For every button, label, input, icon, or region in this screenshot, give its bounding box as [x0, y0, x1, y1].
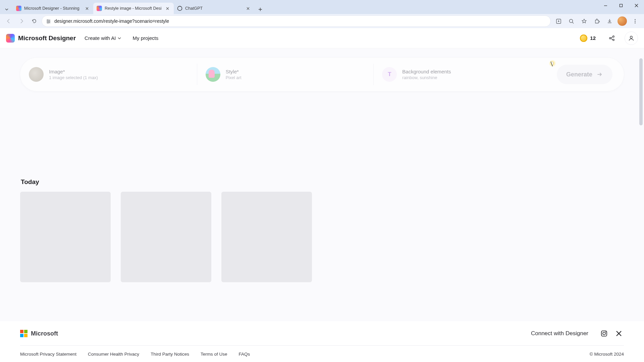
tab-close-button[interactable] [164, 5, 170, 11]
account-button[interactable] [625, 32, 638, 45]
install-icon [556, 18, 561, 24]
bookmark-button[interactable] [578, 15, 590, 27]
footer-links: Microsoft Privacy Statement Consumer Hea… [20, 346, 624, 362]
install-app-button[interactable] [553, 15, 564, 27]
downloads-button[interactable] [604, 15, 615, 27]
svg-point-3 [49, 21, 50, 22]
designer-logo-icon [6, 34, 15, 43]
result-placeholder[interactable] [20, 192, 111, 282]
puzzle-icon [594, 18, 600, 24]
browser-toolbar: designer.microsoft.com/restyle-image?sce… [0, 14, 644, 28]
text-prompt-icon: T [382, 67, 397, 82]
site-info-button[interactable] [46, 19, 51, 24]
extensions-button[interactable] [591, 15, 602, 27]
close-icon [166, 7, 169, 10]
prompt-background-segment[interactable]: T Background elements rainbow, sunshine [373, 58, 550, 91]
share-button[interactable] [605, 32, 619, 45]
nav-my-projects[interactable]: My projects [130, 33, 161, 43]
result-placeholder[interactable] [221, 192, 312, 282]
x-twitter-link[interactable] [614, 328, 624, 339]
vertical-scrollbar[interactable] [639, 28, 643, 362]
chevron-down-icon [5, 8, 8, 11]
connect-label: Connect with Designer [531, 330, 588, 337]
svg-point-6 [569, 19, 573, 22]
tab-chatgpt[interactable]: ChatGPT [174, 3, 254, 14]
segment-subtitle: Pixel art [226, 75, 241, 80]
credits-count: 12 [590, 35, 596, 41]
microsoft-logo[interactable]: Microsoft [20, 330, 58, 337]
scrollbar-thumb[interactable] [639, 58, 643, 125]
window-minimize-button[interactable] [598, 0, 613, 11]
style-thumbnail-icon [206, 67, 220, 82]
brand[interactable]: Microsoft Designer [6, 34, 76, 43]
x-icon [615, 330, 623, 337]
designer-favicon-icon [16, 6, 21, 11]
tab-close-button[interactable] [245, 5, 251, 11]
reload-icon [32, 18, 37, 24]
footer: Microsoft Connect with Designer Microsof… [0, 321, 644, 362]
toolbar-right [553, 15, 641, 27]
svg-point-4 [47, 22, 48, 23]
footer-link-privacy[interactable]: Microsoft Privacy Statement [20, 352, 76, 357]
svg-point-8 [635, 21, 636, 22]
footer-link-faqs[interactable]: FAQs [238, 352, 250, 357]
instagram-icon [600, 330, 608, 337]
new-tab-button[interactable] [256, 5, 265, 14]
nav-back-button[interactable] [3, 16, 14, 26]
arrow-right-icon [19, 18, 24, 24]
tab-strip: Microsoft Designer - Stunning Restyle im… [0, 0, 644, 14]
chrome-menu-button[interactable] [629, 15, 641, 27]
microsoft-wordmark: Microsoft [31, 330, 58, 337]
tab-designer-home[interactable]: Microsoft Designer - Stunning [13, 3, 93, 14]
footer-link-terms[interactable]: Terms of Use [201, 352, 227, 357]
svg-point-13 [630, 36, 632, 38]
prompt-style-segment[interactable]: Style* Pixel art [197, 58, 374, 91]
kebab-icon [632, 18, 638, 24]
chatgpt-favicon-icon [177, 6, 182, 11]
tabs-dropdown-button[interactable] [2, 5, 11, 14]
generate-button[interactable]: Generate [557, 65, 612, 84]
segment-title: Image* [49, 69, 98, 74]
svg-point-15 [603, 332, 605, 335]
generate-label: Generate [566, 71, 592, 78]
tune-icon [46, 19, 51, 24]
plus-icon [258, 7, 262, 11]
minimize-icon [604, 4, 607, 7]
svg-point-16 [605, 331, 606, 332]
segment-title: Style* [226, 69, 241, 74]
today-heading: Today [21, 178, 624, 186]
coin-icon [580, 35, 587, 42]
generate-wrap: Generate [550, 58, 624, 91]
address-bar[interactable]: designer.microsoft.com/restyle-image?sce… [42, 15, 551, 27]
tab-close-button[interactable] [84, 5, 90, 11]
profile-button[interactable] [616, 15, 628, 27]
svg-point-10 [609, 37, 611, 39]
app-viewport: Microsoft Designer Create with AI My pro… [0, 28, 644, 362]
nav-forward-button[interactable] [16, 16, 27, 26]
avatar-icon [618, 16, 627, 26]
window-close-button[interactable] [629, 0, 644, 11]
segment-subtitle: rainbow, sunshine [402, 75, 451, 80]
nav-label: Create with AI [85, 35, 116, 41]
instagram-link[interactable] [599, 328, 609, 339]
person-icon [628, 35, 635, 42]
prompt-bar: Image* 1 image selected (1 max) Style* P… [20, 58, 624, 91]
close-icon [247, 7, 250, 10]
close-icon [86, 7, 89, 10]
tab-restyle-image[interactable]: Restyle image - Microsoft Desi [93, 3, 174, 14]
nav-create-with-ai[interactable]: Create with AI [82, 33, 124, 43]
window-controls [598, 0, 644, 13]
maximize-icon [619, 4, 623, 7]
image-thumbnail-icon [29, 67, 44, 82]
footer-link-health[interactable]: Consumer Health Privacy [88, 352, 139, 357]
tab-title: ChatGPT [185, 6, 242, 11]
result-placeholder[interactable] [121, 192, 211, 282]
footer-link-notices[interactable]: Third Party Notices [151, 352, 189, 357]
content-area: Image* 1 image selected (1 max) Style* P… [0, 48, 644, 282]
nav-label: My projects [132, 35, 158, 41]
window-maximize-button[interactable] [613, 0, 629, 11]
credits-button[interactable]: 12 [577, 33, 599, 43]
zoom-button[interactable] [566, 15, 577, 27]
prompt-image-segment[interactable]: Image* 1 image selected (1 max) [20, 58, 197, 91]
nav-reload-button[interactable] [29, 16, 40, 26]
